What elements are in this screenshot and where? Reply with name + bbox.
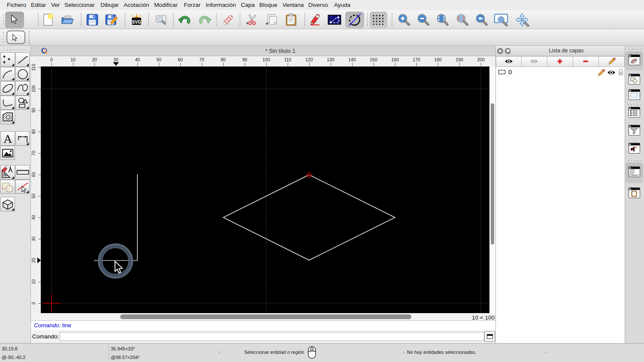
svg-text:command: command [631,175,637,176]
svg-text:SVG: SVG [132,19,141,24]
svg-text:A: A [3,132,12,145]
